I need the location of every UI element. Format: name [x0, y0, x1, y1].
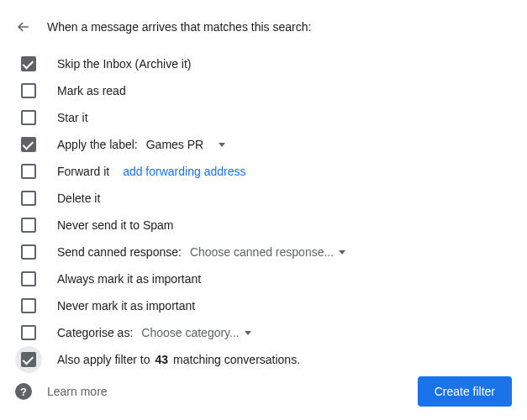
label-canned-response: Send canned response:	[57, 245, 182, 259]
option-forward-it: Forward it add forwarding address	[15, 158, 512, 185]
label-never-important: Never mark it as important	[57, 299, 195, 312]
back-arrow-icon[interactable]	[15, 18, 32, 35]
also-apply-suffix: matching conversations.	[173, 353, 300, 366]
checkbox-canned-response[interactable]	[21, 244, 36, 260]
checkbox-star-it[interactable]	[21, 110, 36, 125]
label-never-spam: Never send it to Spam	[57, 218, 174, 232]
checkbox-never-spam[interactable]	[21, 218, 36, 233]
option-star-it: Star it	[15, 104, 512, 131]
option-apply-label: Apply the label: Games PR	[15, 131, 512, 158]
dialog-header: When a message arrives that matches this…	[15, 18, 512, 35]
checkbox-never-important[interactable]	[21, 298, 36, 313]
checkbox-skip-inbox[interactable]	[21, 56, 36, 71]
chevron-down-icon	[245, 331, 251, 335]
label-forward-it: Forward it	[57, 165, 109, 178]
checkbox-categorise[interactable]	[21, 325, 36, 340]
option-mark-read: Mark as read	[15, 77, 512, 104]
dropdown-apply-label[interactable]: Games PR	[143, 136, 229, 153]
dropdown-categorise[interactable]: Choose category...	[138, 324, 254, 341]
option-delete-it: Delete it	[15, 185, 512, 212]
option-never-important: Never mark it as important	[15, 292, 512, 319]
label-delete-it: Delete it	[57, 192, 100, 205]
link-add-forwarding-address[interactable]: add forwarding address	[123, 165, 245, 178]
label-also-apply: Also apply filter to 43 matching convers…	[57, 353, 300, 366]
checkbox-also-apply[interactable]	[21, 352, 36, 367]
option-skip-inbox: Skip the Inbox (Archive it)	[15, 50, 512, 77]
learn-more-link[interactable]: Learn more	[47, 385, 108, 398]
also-apply-count: 43	[155, 353, 169, 366]
checkbox-apply-label[interactable]	[21, 137, 36, 152]
checkbox-always-important[interactable]	[21, 271, 36, 286]
option-categorise: Categorise as: Choose category...	[15, 319, 512, 346]
create-filter-button[interactable]: Create filter	[418, 376, 512, 407]
also-apply-prefix: Also apply filter to	[57, 353, 150, 366]
option-also-apply: Also apply filter to 43 matching convers…	[15, 346, 512, 373]
dropdown-canned-response[interactable]: Choose canned response...	[187, 244, 349, 260]
dropdown-canned-response-value: Choose canned response...	[190, 245, 334, 259]
checkbox-mark-read[interactable]	[21, 83, 36, 98]
help-icon[interactable]: ?	[15, 383, 32, 400]
chevron-down-icon	[219, 143, 225, 147]
option-canned-response: Send canned response: Choose canned resp…	[15, 239, 512, 265]
option-always-important: Always mark it as important	[15, 265, 512, 292]
header-title: When a message arrives that matches this…	[47, 20, 311, 34]
checkbox-forward-it[interactable]	[21, 164, 36, 179]
label-always-important: Always mark it as important	[57, 272, 201, 286]
dropdown-apply-label-value: Games PR	[146, 138, 203, 151]
filter-options: Skip the Inbox (Archive it) Mark as read…	[15, 50, 512, 373]
dialog-footer: ? Learn more Create filter	[15, 376, 512, 407]
label-mark-read: Mark as read	[57, 84, 126, 97]
option-never-spam: Never send it to Spam	[15, 212, 512, 239]
label-star-it: Star it	[57, 111, 88, 124]
label-apply-label: Apply the label:	[57, 138, 138, 151]
dropdown-categorise-value: Choose category...	[141, 326, 239, 339]
chevron-down-icon	[339, 250, 345, 255]
label-categorise: Categorise as:	[57, 326, 133, 339]
label-skip-inbox: Skip the Inbox (Archive it)	[57, 57, 192, 71]
checkbox-delete-it[interactable]	[21, 191, 36, 206]
